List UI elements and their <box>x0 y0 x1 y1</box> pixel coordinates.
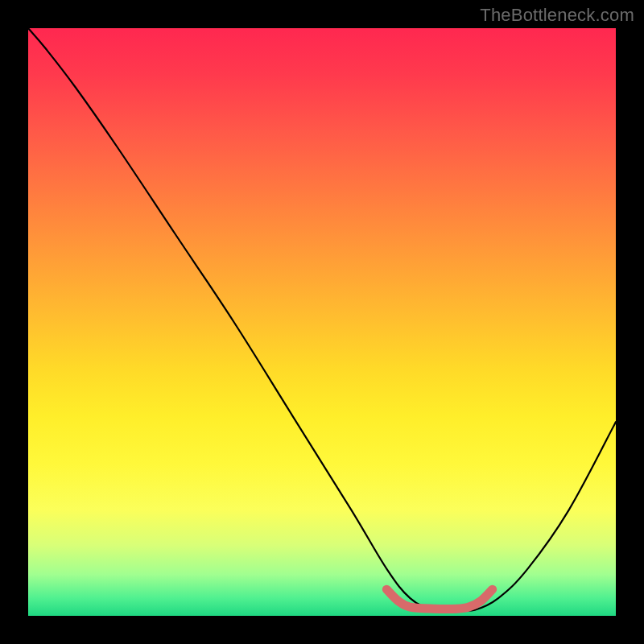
attribution-label: TheBottleneck.com <box>480 5 634 26</box>
bottleneck-chart <box>28 28 616 616</box>
chart-curves <box>28 28 616 616</box>
optimal-range-path <box>386 589 492 609</box>
bottleneck-curve-path <box>28 28 616 611</box>
